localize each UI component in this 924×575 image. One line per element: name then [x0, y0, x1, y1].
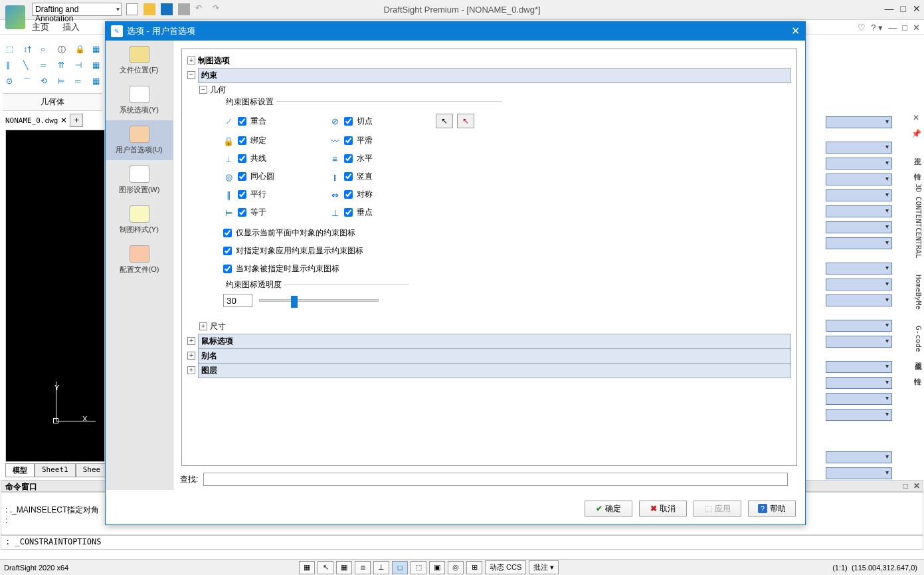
prop-dropdown[interactable]: [826, 189, 892, 201]
expand-icon[interactable]: +: [187, 57, 195, 64]
chk-vertical[interactable]: [344, 172, 353, 181]
tool-icon[interactable]: ⊙: [5, 76, 19, 89]
add-tab-button[interactable]: +: [70, 114, 83, 127]
chk-collinear[interactable]: [238, 154, 246, 163]
undo-icon[interactable]: ↶: [195, 3, 207, 15]
select-all-icon[interactable]: ↖: [436, 114, 453, 128]
sheet-tab-2[interactable]: Shee: [76, 463, 108, 477]
ok-button[interactable]: ✔确定: [585, 501, 632, 517]
status-tool-icon[interactable]: ▦: [299, 561, 315, 574]
spine-cc[interactable]: 3D CONTENTCENTRAL: [909, 177, 924, 265]
expand-icon[interactable]: +: [187, 337, 195, 345]
prop-dropdown[interactable]: [826, 158, 892, 170]
chk-perpendicular[interactable]: [344, 208, 353, 217]
doc-tab-close-icon[interactable]: ✕: [60, 116, 67, 125]
tree-layer[interactable]: 图层: [198, 363, 791, 378]
chk-symmetric[interactable]: [344, 190, 353, 199]
tool-icon[interactable]: ⇈: [57, 60, 70, 73]
chk-long2[interactable]: [223, 247, 232, 255]
sidebar-item-profile[interactable]: 配置文件(O): [106, 240, 173, 280]
status-tool-icon[interactable]: ▣: [429, 561, 445, 574]
tree-dimension[interactable]: 尺寸: [210, 321, 226, 332]
tree-geometry[interactable]: 几何: [210, 84, 226, 96]
tool-icon[interactable]: ═: [40, 60, 53, 73]
status-tool-icon[interactable]: □: [392, 561, 408, 574]
doc-tab-name[interactable]: NONAME_0.dwg: [5, 116, 58, 125]
dialog-close-icon[interactable]: ✕: [791, 25, 800, 37]
tool-icon[interactable]: ○: [40, 44, 53, 57]
prop-dropdown[interactable]: [826, 336, 892, 348]
collapse-icon[interactable]: −: [187, 71, 195, 79]
prop-dropdown[interactable]: [826, 467, 892, 479]
clear-all-icon[interactable]: ↖: [457, 114, 474, 128]
prop-dropdown[interactable]: [826, 294, 892, 306]
workspace-dropdown[interactable]: Drafting and Annotation ▾: [32, 3, 122, 16]
status-anno[interactable]: 批注 ▾: [529, 560, 559, 574]
close-icon[interactable]: ✕: [913, 3, 921, 14]
redo-icon[interactable]: ↷: [213, 3, 225, 15]
chk-parallel[interactable]: [238, 190, 246, 199]
dialog-titlebar[interactable]: ✎ 选项 - 用户首选项 ✕: [106, 22, 805, 41]
sidebar-item-user[interactable]: 用户首选项(U): [106, 120, 173, 160]
cmd-close-icon[interactable]: ✕: [913, 481, 920, 491]
minimize-icon[interactable]: —: [885, 3, 894, 14]
prop-dropdown[interactable]: [826, 205, 892, 217]
expand-icon[interactable]: +: [199, 322, 207, 330]
status-tool-icon[interactable]: ⊞: [466, 561, 482, 574]
prop-dropdown[interactable]: [826, 263, 892, 275]
tree-mouse[interactable]: 鼠标选项: [198, 334, 791, 349]
expand-icon[interactable]: +: [187, 366, 195, 374]
tool-icon[interactable]: ⊣: [74, 60, 88, 73]
tool-icon[interactable]: ⓘ: [57, 44, 70, 57]
doc-close-icon[interactable]: ✕: [913, 23, 920, 33]
status-tool-icon[interactable]: ⧈: [355, 561, 371, 574]
spine-home[interactable]: HomeByMe: [909, 268, 924, 316]
prop-dropdown[interactable]: [826, 142, 892, 154]
drawing-canvas[interactable]: Y X: [5, 130, 105, 462]
chk-fix[interactable]: [238, 136, 246, 145]
tool-icon[interactable]: ▦: [92, 76, 105, 89]
tree-constraint[interactable]: 约束: [198, 68, 791, 83]
tool-icon[interactable]: ▦: [92, 44, 105, 57]
maximize-icon[interactable]: □: [901, 3, 906, 14]
spine-pin-icon[interactable]: 📌: [909, 129, 923, 142]
tool-icon[interactable]: ↕†: [23, 44, 36, 57]
expand-icon[interactable]: +: [187, 352, 195, 360]
search-input[interactable]: [203, 473, 788, 486]
tool-icon[interactable]: ═: [74, 76, 88, 89]
tool-icon[interactable]: ∥: [5, 60, 19, 73]
sidebar-item-file[interactable]: 文件位置(F): [106, 41, 173, 80]
doc-min-icon[interactable]: —: [888, 23, 897, 33]
sidebar-item-drawing[interactable]: 图形设置(W): [106, 160, 173, 200]
status-tool-icon[interactable]: ▦: [336, 561, 352, 574]
tool-icon[interactable]: 🔒: [74, 44, 88, 57]
tool-icon[interactable]: ⌒: [23, 76, 36, 89]
spine-gcode[interactable]: G-code 生成器: [909, 319, 924, 363]
open-icon[interactable]: [143, 3, 155, 15]
chk-coincident[interactable]: [238, 117, 246, 126]
prop-dropdown[interactable]: [826, 361, 892, 373]
chk-concentric[interactable]: [238, 172, 246, 181]
chk-long3[interactable]: [223, 265, 232, 273]
chk-long1[interactable]: [223, 229, 232, 237]
spine-close-icon[interactable]: ✕: [909, 113, 923, 126]
tool-icon[interactable]: ⬚: [5, 44, 19, 57]
heart-icon[interactable]: ♡: [858, 23, 866, 33]
cancel-button[interactable]: ✖取消: [639, 501, 687, 517]
status-tool-icon[interactable]: ⊥: [373, 561, 389, 574]
prop-dropdown[interactable]: [826, 237, 892, 249]
prop-dropdown[interactable]: [826, 173, 892, 185]
collapse-icon[interactable]: −: [199, 86, 207, 94]
chk-tangent[interactable]: [344, 117, 353, 126]
tool-icon[interactable]: ▦: [92, 60, 105, 73]
help-button[interactable]: ?帮助: [748, 501, 796, 517]
prop-dropdown[interactable]: [826, 279, 892, 290]
tool-icon[interactable]: ⟲: [40, 76, 53, 89]
spine-props2[interactable]: 特性: [909, 366, 924, 379]
prop-dropdown[interactable]: [826, 320, 892, 332]
tool-icon[interactable]: ⊨: [57, 76, 70, 89]
tree-draft-opts[interactable]: 制图选项: [198, 55, 230, 66]
prop-dropdown[interactable]: [826, 377, 892, 389]
prop-dropdown[interactable]: [826, 409, 892, 421]
sidebar-item-style[interactable]: 制图样式(Y): [106, 200, 173, 240]
